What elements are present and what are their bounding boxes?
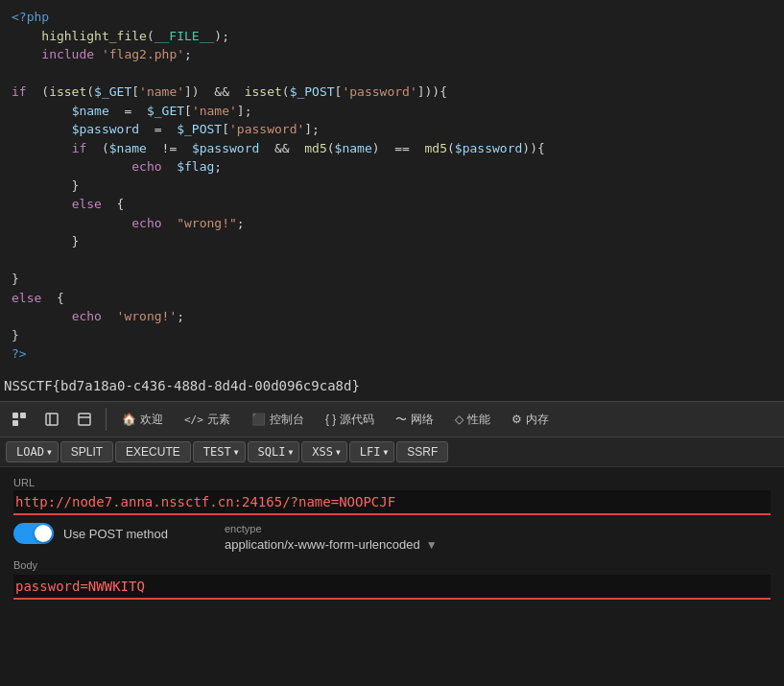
devtools-toolbar: 🏠 欢迎 </> 元素 ⬛ 控制台 { } 源代码 〜 网络 ◇ 性能 ⚙ 内存	[0, 401, 784, 438]
svg-rect-3	[46, 414, 58, 425]
post-toggle[interactable]	[13, 523, 54, 544]
tab-sources[interactable]: { } 源代码	[316, 406, 384, 434]
body-label: Body	[13, 559, 771, 571]
memory-icon: ⚙	[511, 413, 522, 426]
body-section: Body	[13, 559, 771, 600]
flag-output: NSSCTF{bd7a18a0-c436-488d-8d4d-00d096c9c…	[0, 374, 784, 401]
body-input[interactable]	[13, 575, 771, 600]
lfi-caret: ▼	[383, 448, 388, 457]
devtools-icon-2[interactable]	[36, 408, 67, 431]
toggle-label: Use POST method	[63, 527, 168, 541]
enctype-value: application/x-www-form-urlencoded ▼	[225, 537, 771, 552]
sqli-button[interactable]: SQLI ▼	[248, 441, 300, 462]
lfi-button[interactable]: LFI ▼	[349, 441, 395, 462]
enctype-label: enctype	[225, 523, 771, 534]
test-button[interactable]: TEST ▼	[193, 441, 246, 462]
elements-icon: </>	[184, 414, 203, 426]
execute-button[interactable]: EXECUTE	[115, 441, 191, 462]
svg-rect-5	[79, 414, 90, 425]
home-icon: 🏠	[122, 413, 136, 426]
console-icon: ⬛	[251, 413, 266, 426]
ssrf-button[interactable]: SSRF	[396, 441, 448, 462]
svg-rect-1	[20, 413, 26, 418]
load-button[interactable]: LOAD ▼	[6, 441, 59, 462]
url-section: URL	[13, 477, 771, 515]
tab-welcome[interactable]: 🏠 欢迎	[112, 406, 173, 434]
url-label: URL	[13, 477, 771, 488]
devtools-icon-3[interactable]	[69, 408, 100, 431]
hackbar-toolbar: LOAD ▼ SPLIT EXECUTE TEST ▼ SQLI ▼ XSS ▼…	[0, 438, 784, 467]
tab-elements[interactable]: </> 元素	[175, 406, 240, 434]
enctype-arrow: ▼	[426, 538, 438, 552]
enctype-area: enctype application/x-www-form-urlencode…	[225, 523, 771, 552]
tab-performance[interactable]: ◇ 性能	[445, 406, 500, 434]
hackbar-content: URL Use POST method enctype application/…	[0, 467, 784, 609]
split-button[interactable]: SPLIT	[60, 441, 113, 462]
xss-button[interactable]: XSS ▼	[301, 441, 347, 462]
xss-caret: ▼	[336, 448, 341, 457]
toggle-thumb	[35, 525, 52, 542]
network-icon: 〜	[395, 412, 407, 428]
post-enctype-row: Use POST method enctype application/x-ww…	[13, 523, 771, 552]
sqli-caret: ▼	[288, 448, 293, 457]
load-caret: ▼	[47, 448, 52, 457]
svg-rect-0	[12, 413, 18, 418]
tab-network[interactable]: 〜 网络	[386, 406, 443, 434]
sources-icon: { }	[325, 413, 336, 426]
tab-memory[interactable]: ⚙ 内存	[502, 406, 558, 434]
tab-console[interactable]: ⬛ 控制台	[242, 406, 314, 434]
code-display: <?php highlight_file(__FILE__); include …	[0, 0, 784, 374]
flag-value: NSSCTF{bd7a18a0-c436-488d-8d4d-00d096c9c…	[4, 378, 360, 393]
toggle-area: Use POST method	[13, 523, 205, 544]
svg-rect-2	[12, 420, 18, 426]
devtools-icon-1[interactable]	[4, 408, 35, 431]
test-caret: ▼	[234, 448, 239, 457]
url-input[interactable]	[13, 490, 771, 515]
performance-icon: ◇	[455, 413, 463, 426]
hackbar-panel: LOAD ▼ SPLIT EXECUTE TEST ▼ SQLI ▼ XSS ▼…	[0, 438, 784, 686]
